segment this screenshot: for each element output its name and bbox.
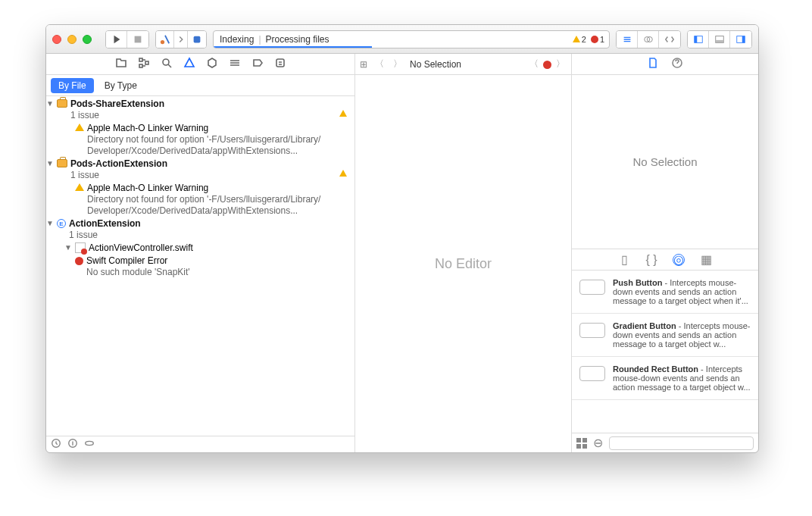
- library-tabs: ▯ { } ◎ ▦: [572, 249, 758, 271]
- no-selection-label: No Selection: [632, 155, 697, 168]
- recent-filter-icon[interactable]: [51, 438, 61, 452]
- scm-filter-icon[interactable]: [67, 438, 78, 452]
- issue-group[interactable]: ▼ E ActionExtension 1 issue: [46, 217, 354, 242]
- prev-issue-button[interactable]: 〈: [528, 58, 540, 70]
- disclosure-triangle[interactable]: ▼: [46, 99, 54, 108]
- editor-placeholder: No Editor: [355, 75, 571, 452]
- status-separator: |: [258, 34, 261, 45]
- project-navigator-icon[interactable]: [115, 57, 127, 72]
- svg-point-2: [160, 39, 164, 43]
- by-file-tab[interactable]: By File: [51, 78, 94, 93]
- scope-filter-icon[interactable]: ⊖: [593, 436, 603, 450]
- object-library-list[interactable]: Push Button - Intercepts mouse-down even…: [572, 271, 758, 433]
- issue-item[interactable]: Apple Mach-O Linker Warning Directory no…: [46, 122, 354, 158]
- toggle-navigator-button[interactable]: [688, 31, 709, 48]
- issue-navigator-icon[interactable]: [183, 57, 195, 72]
- standard-editor-button[interactable]: [617, 31, 638, 48]
- group-count: 1 issue: [70, 110, 336, 121]
- disclosure-triangle[interactable]: ▼: [46, 158, 54, 167]
- xcode-window: Indexing | Processing files 2 1: [45, 24, 759, 453]
- error-badge-icon: [339, 218, 350, 219]
- scope-filter-icon[interactable]: [84, 438, 95, 452]
- back-button[interactable]: 〈: [373, 58, 386, 70]
- version-editor-button[interactable]: [659, 31, 680, 48]
- svg-rect-12: [139, 58, 142, 61]
- toolbar-error-count[interactable]: 1: [591, 35, 604, 44]
- toolbar-warning-count[interactable]: 2: [573, 35, 586, 44]
- file-template-library-icon[interactable]: ▯: [618, 254, 630, 266]
- media-library-icon[interactable]: ▦: [700, 254, 712, 266]
- code-snippet-library-icon[interactable]: { }: [645, 254, 657, 266]
- issue-file[interactable]: ▼ ActionViewController.swift: [46, 242, 354, 255]
- library-item[interactable]: Gradient Button - Intercepts mouse-down …: [572, 314, 758, 357]
- find-navigator-icon[interactable]: [161, 57, 173, 72]
- warning-badge-icon: [339, 99, 350, 110]
- main-body: By File By Type ▼ Pods-ShareExtension 1 …: [46, 54, 758, 452]
- navigator-filter-bar: [46, 436, 354, 452]
- library-thumb: [579, 280, 605, 295]
- assistant-editor-button[interactable]: [638, 31, 659, 48]
- editor-panel: ⊞ 〈 〉 No Selection 〈 〉 No Editor: [355, 54, 572, 452]
- current-issue-icon[interactable]: [543, 61, 551, 69]
- issue-group[interactable]: ▼ Pods-ShareExtension 1 issue: [46, 98, 354, 122]
- help-inspector-icon[interactable]: [671, 57, 683, 72]
- close-button[interactable]: [52, 35, 61, 44]
- issue-detail: Developer/Xcode/DerivedData/appWithExten…: [87, 145, 350, 157]
- issue-group[interactable]: ▼ Pods-ActionExtension 1 issue: [46, 158, 354, 182]
- svg-rect-1: [135, 36, 142, 42]
- navigator-panel: By File By Type ▼ Pods-ShareExtension 1 …: [46, 54, 355, 452]
- scheme-chevron-icon[interactable]: [174, 31, 188, 48]
- scheme-segment[interactable]: [155, 30, 207, 48]
- zoom-button[interactable]: [83, 35, 92, 44]
- test-navigator-icon[interactable]: [206, 57, 218, 72]
- group-count: 1 issue: [70, 170, 336, 181]
- issue-item[interactable]: Swift Compiler Error No such module 'Sna…: [46, 255, 354, 279]
- no-editor-label: No Editor: [435, 256, 492, 272]
- inspector-panel: No Selection ▯ { } ◎ ▦ Push Button - Int…: [572, 54, 758, 452]
- window-controls: [52, 35, 92, 44]
- grid-view-icon[interactable]: [576, 438, 587, 449]
- library-thumb: [579, 323, 605, 338]
- file-inspector-icon[interactable]: [647, 57, 659, 72]
- run-stop-segment: [105, 30, 149, 48]
- file-name: ActionViewController.swift: [89, 242, 350, 254]
- target-icon: [57, 99, 67, 108]
- by-type-tab[interactable]: By Type: [97, 78, 145, 93]
- issue-item[interactable]: Apple Mach-O Linker Warning Directory no…: [46, 182, 354, 217]
- scheme-destination-icon[interactable]: [188, 31, 206, 48]
- issue-title: Swift Compiler Error: [86, 255, 350, 267]
- toggle-inspector-button[interactable]: [730, 31, 751, 48]
- minimize-button[interactable]: [67, 35, 77, 44]
- run-button[interactable]: [106, 31, 127, 48]
- issue-filter-tabs: By File By Type: [46, 75, 354, 96]
- issue-tree[interactable]: ▼ Pods-ShareExtension 1 issue Apple Mach…: [46, 96, 354, 436]
- library-item-name: Rounded Rect Button: [613, 364, 698, 374]
- library-item[interactable]: Push Button - Intercepts mouse-down even…: [572, 271, 758, 314]
- forward-button[interactable]: 〉: [392, 58, 404, 70]
- debug-navigator-icon[interactable]: [229, 57, 241, 72]
- related-items-icon[interactable]: ⊞: [360, 59, 367, 70]
- issue-detail: Directory not found for option '-F/Users…: [87, 194, 350, 205]
- library-item[interactable]: Rounded Rect Button - Intercepts mouse-d…: [572, 357, 758, 400]
- extension-icon: E: [57, 219, 66, 228]
- toggle-debug-button[interactable]: [709, 31, 730, 48]
- navigator-selector: [46, 54, 354, 75]
- report-navigator-icon[interactable]: [274, 57, 286, 72]
- object-library-icon[interactable]: ◎: [673, 254, 685, 266]
- inspector-placeholder: No Selection: [572, 75, 758, 249]
- stop-button[interactable]: [127, 31, 148, 48]
- panel-toggle-segment: [687, 30, 752, 48]
- issue-detail: Developer/Xcode/DerivedData/appWithExten…: [87, 205, 350, 217]
- inspector-selector: [572, 54, 758, 75]
- symbol-navigator-icon[interactable]: [138, 57, 150, 72]
- breakpoint-navigator-icon[interactable]: [251, 57, 264, 72]
- next-issue-button[interactable]: 〉: [554, 58, 567, 70]
- issue-title: Apple Mach-O Linker Warning: [87, 123, 350, 134]
- target-icon: [57, 159, 67, 167]
- scheme-app-icon[interactable]: [156, 31, 174, 48]
- disclosure-triangle[interactable]: ▼: [46, 218, 54, 227]
- jump-bar-path[interactable]: No Selection: [410, 59, 461, 70]
- library-search-input[interactable]: [609, 436, 754, 450]
- disclosure-triangle[interactable]: ▼: [64, 242, 72, 252]
- group-count: 1 issue: [69, 230, 336, 241]
